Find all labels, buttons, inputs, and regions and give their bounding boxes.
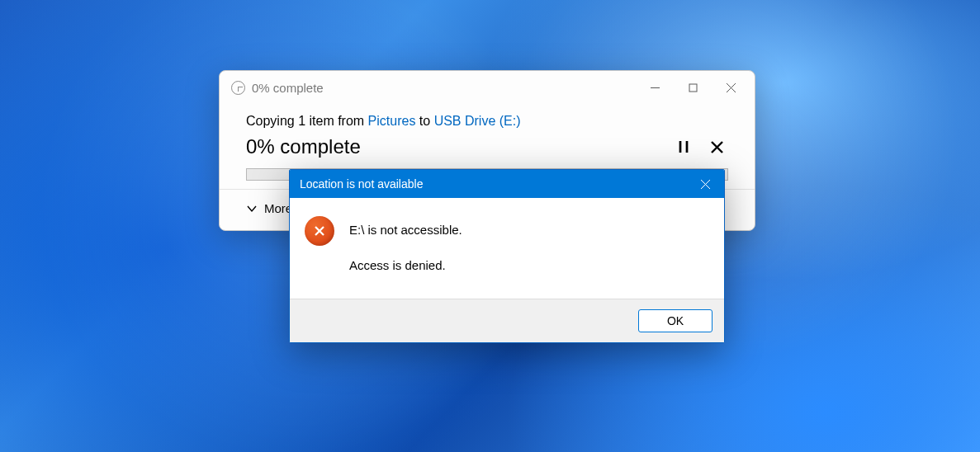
- error-dialog: Location is not available E:\ is not acc…: [289, 169, 725, 343]
- copy-prefix: Copying 1 item from: [246, 114, 368, 128]
- copy-description: Copying 1 item from Pictures to USB Driv…: [246, 114, 728, 129]
- ok-button[interactable]: OK: [638, 309, 713, 332]
- maximize-button[interactable]: [674, 73, 712, 102]
- error-close-button[interactable]: [686, 170, 724, 198]
- error-x-icon: [305, 216, 334, 246]
- pause-button[interactable]: [672, 135, 695, 158]
- error-line-1: E:\ is not accessible.: [349, 221, 462, 238]
- copy-window-titlebar[interactable]: 0% complete: [220, 71, 755, 104]
- close-button[interactable]: [712, 73, 750, 102]
- copy-source-link[interactable]: Pictures: [368, 114, 416, 128]
- copy-mid: to: [415, 114, 433, 128]
- svg-rect-1: [689, 84, 697, 92]
- percent-complete-text: 0% complete: [246, 135, 662, 158]
- error-line-2: Access is denied.: [349, 257, 462, 274]
- clock-icon: [231, 81, 245, 95]
- minimize-button[interactable]: [636, 73, 674, 102]
- cancel-button[interactable]: [705, 135, 728, 158]
- copy-dest-link[interactable]: USB Drive (E:): [434, 114, 521, 128]
- copy-window-title: 0% complete: [252, 81, 636, 95]
- error-dialog-title: Location is not available: [300, 177, 686, 191]
- chevron-down-icon: [246, 203, 258, 214]
- error-dialog-titlebar[interactable]: Location is not available: [290, 170, 724, 198]
